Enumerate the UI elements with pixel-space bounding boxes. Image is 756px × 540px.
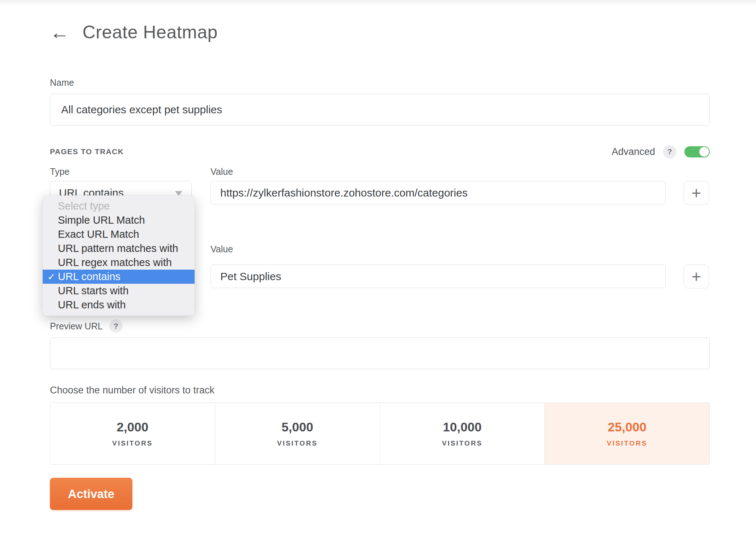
value-label-2: Value	[211, 244, 710, 254]
preview-url-help-icon[interactable]: ?	[109, 319, 123, 333]
visitor-option-10000[interactable]: 10,000 VISITORS	[380, 403, 545, 464]
pages-to-track-header-row: PAGES TO TRACK Advanced ?	[50, 144, 710, 159]
back-arrow-icon[interactable]: ←	[50, 22, 69, 42]
value-label-1: Value	[211, 166, 233, 177]
page-header: ← Create Heatmap	[50, 21, 710, 44]
name-input[interactable]: All categories except pet supplies	[50, 94, 710, 126]
preview-url-label-row: Preview URL ?	[50, 319, 710, 333]
name-label: Name	[50, 77, 710, 88]
add-rule-button-2[interactable]: +	[684, 265, 709, 288]
visitor-unit-label: VISITORS	[277, 439, 318, 447]
page-title: Create Heatmap	[82, 22, 218, 43]
visitor-option-5000[interactable]: 5,000 VISITORS	[215, 403, 380, 464]
dropdown-option-url-ends-with[interactable]: URL ends with	[43, 298, 195, 312]
advanced-help-icon[interactable]: ?	[663, 145, 676, 159]
visitors-options-table: 2,000 VISITORS 5,000 VISITORS 10,000 VIS…	[50, 402, 710, 465]
visitor-count: 25,000	[608, 420, 646, 434]
advanced-toggle[interactable]	[684, 146, 710, 157]
visitor-unit-label: VISITORS	[442, 439, 483, 447]
dropdown-option-simple-url-match[interactable]: Simple URL Match	[43, 213, 195, 227]
advanced-label: Advanced	[612, 146, 655, 157]
pages-to-track-section-label: PAGES TO TRACK	[50, 147, 124, 156]
type-select-dropdown-menu: Select type Simple URL Match Exact URL M…	[43, 195, 195, 316]
dropdown-option-url-starts-with[interactable]: URL starts with	[43, 284, 195, 298]
preview-url-label: Preview URL	[50, 321, 103, 332]
visitor-count: 2,000	[117, 420, 149, 434]
preview-url-input[interactable]	[50, 337, 710, 369]
dropdown-option-exact-url-match[interactable]: Exact URL Match	[43, 227, 195, 241]
visitor-option-2000[interactable]: 2,000 VISITORS	[50, 403, 215, 464]
type-value-labels-row: Type Value	[50, 166, 710, 177]
visitor-unit-label: VISITORS	[112, 439, 153, 447]
value-input-2[interactable]: Pet Supplies	[211, 265, 666, 288]
visitor-count: 5,000	[281, 420, 313, 434]
dropdown-option-url-pattern-matches-with[interactable]: URL pattern matches with	[43, 241, 195, 256]
activate-button[interactable]: Activate	[50, 478, 132, 510]
add-rule-button-1[interactable]: +	[684, 181, 709, 205]
dropdown-option-select-type: Select type	[43, 199, 195, 213]
value-input-1[interactable]: https://zylkerfashionstore.zohostore.com…	[211, 181, 666, 204]
visitors-section-label: Choose the number of visitors to track	[50, 385, 710, 396]
advanced-controls: Advanced ?	[612, 145, 710, 159]
dropdown-option-url-contains[interactable]: ✓ URL contains	[43, 270, 195, 284]
toggle-knob-icon	[699, 147, 709, 157]
type-label: Type	[50, 166, 192, 177]
dropdown-option-label: URL contains	[58, 271, 120, 283]
checkmark-icon: ✓	[47, 271, 56, 283]
dropdown-option-url-regex-matches-with[interactable]: URL regex matches with	[43, 256, 195, 270]
visitor-option-25000[interactable]: 25,000 VISITORS	[545, 403, 709, 464]
visitor-unit-label: VISITORS	[607, 439, 647, 447]
visitor-count: 10,000	[443, 420, 481, 434]
